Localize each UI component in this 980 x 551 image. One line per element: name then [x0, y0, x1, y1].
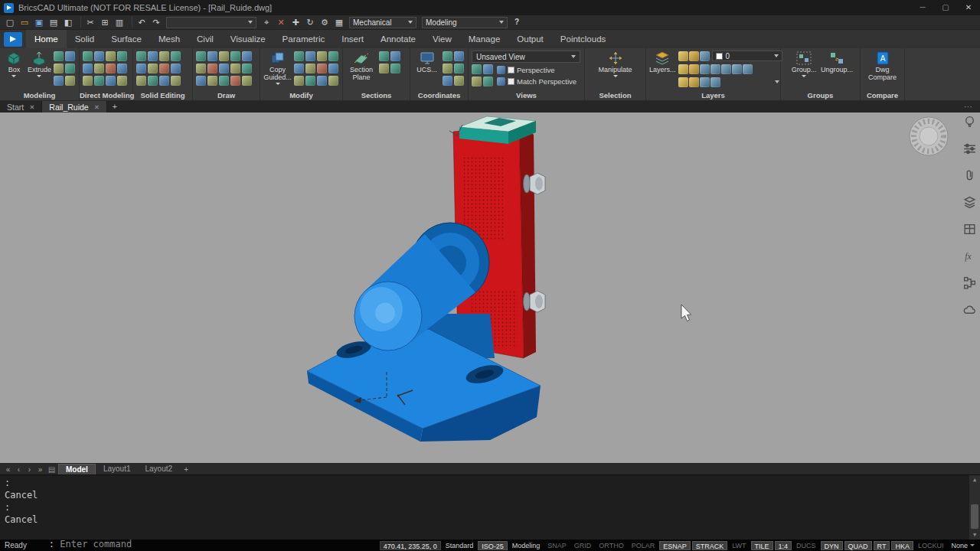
close-icon[interactable]: ✕ [94, 103, 100, 111]
ribbon-small-icon[interactable] [230, 76, 240, 86]
ribbon-small-icon[interactable] [94, 51, 104, 61]
layer-freeze-icon[interactable] [689, 51, 699, 61]
ribbon-small-icon[interactable] [106, 51, 116, 61]
ribbon-small-icon[interactable] [207, 64, 217, 73]
ribbon-small-icon[interactable] [171, 76, 181, 86]
ribbon-small-icon[interactable] [390, 51, 400, 61]
document-tab-rail-ruide[interactable]: Rail_Ruide ✕ [42, 101, 107, 112]
save-icon[interactable]: ▣ [32, 16, 46, 28]
ribbon-small-icon[interactable] [54, 51, 64, 61]
layer-lock-icon[interactable] [700, 51, 710, 61]
tab-annotate[interactable]: Annotate [372, 30, 424, 48]
ribbon-small-icon[interactable] [700, 64, 710, 74]
ribbon-small-icon[interactable] [317, 64, 327, 73]
tab-manage[interactable]: Manage [460, 30, 509, 48]
tab-pointclouds[interactable]: Pointclouds [552, 30, 614, 48]
move-icon[interactable]: ✚ [289, 16, 302, 28]
ribbon-small-icon[interactable] [196, 76, 206, 86]
ribbon-small-icon[interactable] [136, 76, 146, 86]
ribbon-small-icon[interactable] [305, 76, 315, 86]
scroll-down-icon[interactable]: ▼ [969, 530, 980, 540]
profile-combo[interactable]: Modeling [422, 17, 508, 28]
tab-surface[interactable]: Surface [103, 30, 150, 48]
ribbon-small-icon[interactable] [242, 51, 252, 61]
tab-civil[interactable]: Civil [188, 30, 222, 48]
plot-preview-icon[interactable]: ◧ [61, 16, 75, 28]
ribbon-small-icon[interactable] [94, 64, 104, 73]
ribbon-small-icon[interactable] [196, 51, 206, 61]
match-perspective-checkbox[interactable]: Match Perspective [497, 76, 577, 87]
extrude-button[interactable]: Extrude [28, 50, 51, 77]
ribbon-small-icon[interactable] [700, 77, 710, 87]
ribbon-small-icon[interactable] [83, 64, 93, 73]
ribbon-small-icon[interactable] [159, 64, 169, 73]
ribbon-small-icon[interactable] [117, 76, 127, 86]
overflow-menu-icon[interactable]: ⋯ [964, 101, 972, 112]
cut-icon[interactable]: ✂ [83, 16, 97, 28]
ribbon-small-icon[interactable] [317, 51, 327, 61]
cloud-panel-icon[interactable] [962, 302, 977, 317]
ribbon-small-icon[interactable] [230, 64, 240, 73]
ribbon-small-icon[interactable] [472, 64, 482, 74]
scroll-up-icon[interactable]: ▲ [969, 475, 980, 484]
standards-combo[interactable]: Mechanical [349, 17, 416, 28]
grid-icon[interactable]: ▦ [332, 16, 346, 28]
ribbon-small-icon[interactable] [689, 77, 699, 87]
open-folder-icon[interactable]: ▭ [18, 16, 31, 28]
command-line-panel[interactable]: : Cancel : Cancel : Enter command ▲ ▼ [0, 474, 980, 540]
ribbon-small-icon[interactable] [65, 51, 75, 61]
chevron-down-icon[interactable] [775, 80, 779, 83]
sheets-panel-icon[interactable] [962, 222, 977, 236]
checkbox[interactable] [508, 67, 514, 73]
viewport-canvas[interactable]: fx [0, 112, 980, 463]
tab-mesh[interactable]: Mesh [150, 30, 188, 48]
ribbon-small-icon[interactable] [443, 51, 452, 61]
pointer-icon[interactable]: ⌖ [260, 16, 273, 28]
tab-model[interactable]: Model [58, 464, 96, 475]
command-input[interactable]: : Enter command [5, 526, 975, 551]
ribbon-small-icon[interactable] [148, 51, 158, 61]
settings-icon[interactable]: ⚙ [318, 16, 332, 28]
ribbon-small-icon[interactable] [678, 77, 688, 87]
group-button[interactable]: Group... [789, 50, 819, 77]
workspace-combo[interactable] [166, 17, 256, 28]
ribbon-small-icon[interactable] [171, 51, 181, 61]
ribbon-small-icon[interactable] [196, 64, 206, 73]
layer-on-icon[interactable] [678, 51, 688, 61]
ucs-button[interactable]: UCS... [413, 50, 440, 73]
redo-icon[interactable]: ↷ [149, 16, 163, 28]
ribbon-small-icon[interactable] [94, 76, 104, 86]
tab-solid[interactable]: Solid [67, 30, 103, 48]
tips-panel-icon[interactable] [962, 115, 977, 129]
ribbon-small-icon[interactable] [454, 64, 464, 73]
ribbon-small-icon[interactable] [454, 51, 464, 61]
ribbon-small-icon[interactable] [721, 64, 731, 74]
3d-model[interactable] [307, 116, 545, 442]
ribbon-small-icon[interactable] [443, 76, 452, 86]
ribbon-small-icon[interactable] [219, 51, 229, 61]
checkbox[interactable] [508, 78, 514, 85]
perspective-checkbox[interactable]: Perspective [497, 64, 577, 76]
paste-icon[interactable]: ▥ [113, 16, 126, 28]
section-plane-button[interactable]: Section Plane [346, 50, 377, 81]
application-button[interactable] [4, 32, 22, 47]
layers-button[interactable]: Layers... [649, 50, 676, 73]
ribbon-small-icon[interactable] [54, 64, 64, 73]
ribbon-small-icon[interactable] [294, 64, 304, 73]
command-scrollbar[interactable]: ▲ ▼ [969, 475, 980, 540]
ribbon-small-icon[interactable] [710, 77, 720, 87]
navigation-wheel[interactable] [910, 117, 948, 155]
maximize-button[interactable]: ▢ [934, 0, 957, 15]
add-layout-button[interactable]: + [180, 465, 192, 474]
view-combo[interactable]: Unsaved View [472, 51, 580, 63]
copy-guided-button[interactable]: Copy Guided... [263, 50, 292, 85]
manipulate-button[interactable]: Manipulate [600, 50, 631, 77]
ribbon-small-icon[interactable] [454, 76, 464, 86]
ungroup-button[interactable]: Ungroup... [822, 50, 852, 73]
ribbon-small-icon[interactable] [207, 51, 217, 61]
ribbon-small-icon[interactable] [148, 64, 158, 73]
ribbon-small-icon[interactable] [207, 76, 217, 86]
tab-view[interactable]: View [424, 30, 460, 48]
ribbon-small-icon[interactable] [136, 64, 146, 73]
rotate-icon[interactable]: ↻ [303, 16, 317, 28]
